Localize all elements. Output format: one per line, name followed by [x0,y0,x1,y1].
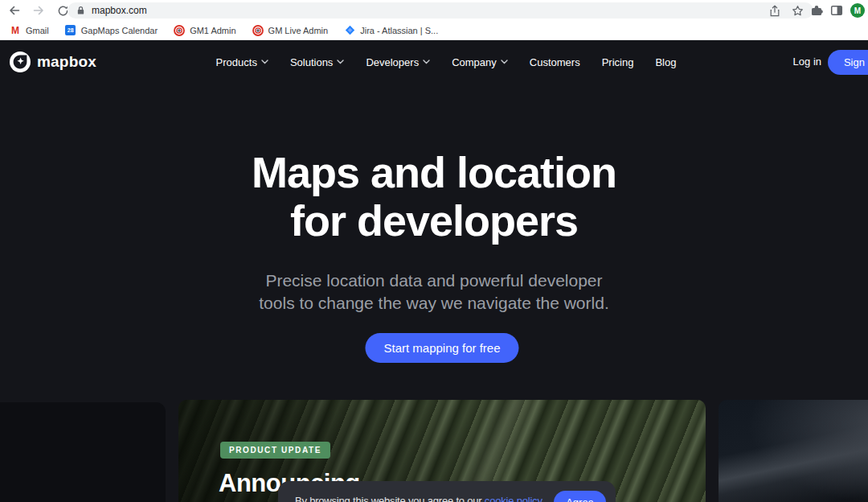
hero-subtitle: Precise location data and powerful devel… [0,270,868,315]
bookmark-label: Jira - Atlassian | S... [360,26,438,35]
toolbar-right: M [810,0,865,21]
chevron-down-icon [261,60,268,64]
bookmark-label: GM1 Admin [190,26,235,35]
calendar-icon: 28 [65,25,76,35]
bookmarks-bar: M Gmail 28 GapMaps Calendar GM1 Admin GM… [0,21,868,40]
bookmark-label: Gmail [26,26,49,35]
hero-title-line2: for developers [0,196,868,245]
share-icon[interactable] [769,5,780,17]
product-update-badge: PRODUCT UPDATE [220,442,330,459]
back-icon [8,4,21,17]
cookie-banner: By browsing this website you agree to ou… [278,481,616,502]
agree-button[interactable]: Agree [554,491,606,502]
forward-icon [32,4,45,17]
nav-company[interactable]: Company [452,56,508,68]
extensions-icon[interactable] [810,4,823,17]
nav-customers[interactable]: Customers [530,56,580,68]
bookmark-jira[interactable]: Jira - Atlassian | S... [344,25,438,36]
mapbox-page: mapbox Products Solutions Developers Com… [0,40,868,502]
browser-toolbar: mapbox.com M [0,0,868,21]
hero-subtitle-line1: Precise location data and powerful devel… [0,270,868,292]
target-icon [252,25,264,36]
nav-products[interactable]: Products [216,56,268,68]
bookmark-gm1-admin[interactable]: GM1 Admin [174,25,235,36]
bookmark-star-icon[interactable] [792,5,804,17]
bookmark-label: GM Live Admin [268,26,329,35]
bookmark-gm-live-admin[interactable]: GM Live Admin [252,25,329,36]
login-link[interactable]: Log in [793,56,821,68]
main-nav: Products Solutions Developers Company Cu… [0,40,868,84]
cookie-policy-link[interactable]: cookie policy [485,495,542,502]
nav-solutions[interactable]: Solutions [290,56,344,68]
chevron-down-icon [423,60,430,64]
profile-avatar[interactable]: M [850,3,865,18]
nav-blog[interactable]: Blog [655,56,676,68]
target-icon [174,25,185,36]
gmail-icon: M [10,25,21,36]
site-header: mapbox Products Solutions Developers Com… [0,40,868,84]
cookie-text: By browsing this website you agree to ou… [295,491,544,502]
phone-mockup [20,475,166,502]
jira-icon [345,25,355,35]
carousel-card-right[interactable] [719,400,868,502]
back-button[interactable] [5,2,24,19]
lock-icon [76,6,85,15]
chevron-down-icon [337,60,344,64]
bookmark-gmail[interactable]: M Gmail [10,25,49,36]
bookmark-label: GapMaps Calendar [81,26,158,35]
carousel-card-left[interactable] [0,402,166,502]
nav-developers[interactable]: Developers [366,56,430,68]
address-bar[interactable]: mapbox.com [68,2,813,19]
nav-pricing[interactable]: Pricing [602,56,634,68]
forward-button[interactable] [29,2,48,19]
url-text: mapbox.com [92,5,769,16]
hero-subtitle-line2: tools to change the way we navigate the … [0,292,868,315]
start-mapping-button[interactable]: Start mapping for free [365,333,518,363]
hero-title: Maps and location for developers [0,148,868,245]
signup-button[interactable]: Sign up [828,50,868,75]
hero-title-line1: Maps and location [0,148,868,196]
screen: mapbox.com M M Gmail 28 GapMaps Calendar… [0,0,868,502]
bookmark-gapmaps-calendar[interactable]: 28 GapMaps Calendar [65,25,158,36]
sidebar-icon[interactable] [830,4,843,17]
chevron-down-icon [501,60,508,64]
